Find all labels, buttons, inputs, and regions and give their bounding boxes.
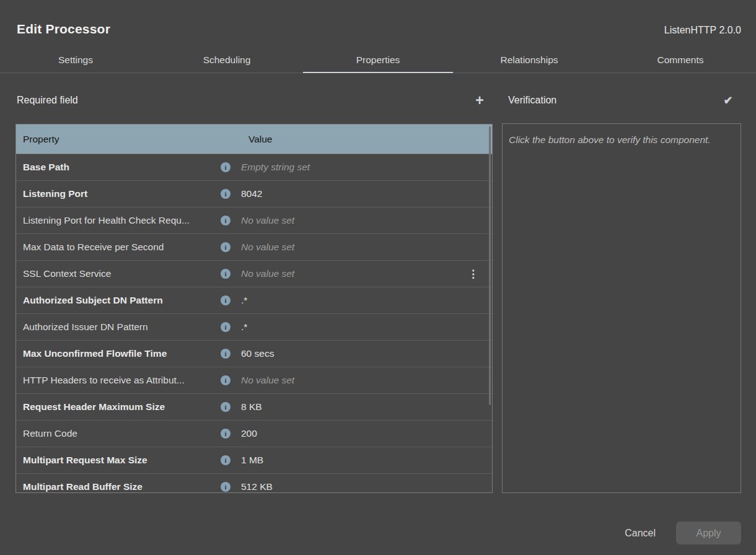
property-value: 8042 <box>241 188 262 199</box>
table-row[interactable]: Return Code i 200 <box>16 421 492 447</box>
info-icon[interactable]: i <box>221 402 231 412</box>
info-icon[interactable]: i <box>221 455 231 465</box>
table-row[interactable]: Max Unconfirmed Flowfile Time i 60 secs <box>16 341 492 367</box>
tab-comments-label: Comments <box>657 55 704 66</box>
property-name: HTTP Headers to receive as Attribut... <box>16 375 221 386</box>
tab-settings-label: Settings <box>58 55 93 66</box>
property-value: Empty string set <box>241 162 310 173</box>
tab-scheduling-label: Scheduling <box>203 55 251 66</box>
info-icon[interactable]: i <box>221 269 231 279</box>
property-value: 60 secs <box>241 348 274 359</box>
table-row[interactable]: Base Path i Empty string set <box>16 154 492 181</box>
info-icon[interactable]: i <box>221 189 231 199</box>
table-scrollbar[interactable] <box>489 126 491 405</box>
info-icon[interactable]: i <box>221 429 231 439</box>
property-name: Base Path <box>16 162 221 173</box>
info-icon[interactable]: i <box>221 242 231 252</box>
property-value: .* <box>241 321 247 333</box>
property-value: No value set <box>241 375 294 386</box>
kebab-menu-icon[interactable]: ⋮ <box>468 269 478 279</box>
property-name: Authorized Subject DN Pattern <box>16 295 221 306</box>
info-icon[interactable]: i <box>221 295 231 305</box>
plus-icon: + <box>475 92 483 109</box>
property-name: Authorized Issuer DN Pattern <box>16 321 221 333</box>
property-table-header: Property Value <box>16 125 492 154</box>
check-icon: ✔ <box>723 94 732 107</box>
property-value: 512 KB <box>241 481 273 492</box>
property-value: 8 KB <box>241 401 262 413</box>
property-name: Return Code <box>16 428 221 439</box>
column-header-value: Value <box>221 134 273 145</box>
tab-scheduling[interactable]: Scheduling <box>151 47 302 72</box>
table-row[interactable]: Listening Port for Health Check Requ... … <box>16 208 492 234</box>
table-row[interactable]: Authorized Subject DN Pattern i .* <box>16 287 492 314</box>
processor-version-label: ListenHTTP 2.0.0 <box>664 25 741 36</box>
table-row[interactable]: Authorized Issuer DN Pattern i .* <box>16 314 492 341</box>
active-tab-underline <box>303 72 453 73</box>
cancel-button[interactable]: Cancel <box>618 522 662 544</box>
edit-processor-dialog: Edit Processor ListenHTTP 2.0.0 Settings… <box>0 0 756 555</box>
property-table-body: Base Path i Empty string set Listening P… <box>16 154 492 493</box>
property-name: Max Data to Receive per Second <box>16 242 221 253</box>
property-name: Max Unconfirmed Flowfile Time <box>16 348 221 359</box>
table-row[interactable]: HTTP Headers to receive as Attribut... i… <box>16 367 492 394</box>
dialog-title: Edit Processor <box>17 22 110 37</box>
info-icon[interactable]: i <box>221 216 231 225</box>
property-value: 1 MB <box>241 455 263 466</box>
property-value: No value set <box>241 215 294 226</box>
property-value: No value set <box>241 242 294 253</box>
table-row[interactable]: SSL Context Service i No value set ⋮ <box>16 261 492 287</box>
info-icon[interactable]: i <box>221 349 231 359</box>
property-name: Listening Port <box>16 188 221 199</box>
tab-relationships[interactable]: Relationships <box>454 47 605 72</box>
tab-properties[interactable]: Properties <box>302 47 454 72</box>
info-icon[interactable]: i <box>221 162 231 172</box>
info-icon[interactable]: i <box>221 322 231 332</box>
tab-properties-label: Properties <box>356 55 400 66</box>
table-row[interactable]: Request Header Maximum Size i 8 KB <box>16 394 492 421</box>
apply-button[interactable]: Apply <box>676 522 741 544</box>
verify-button[interactable]: ✔ <box>719 92 737 109</box>
info-icon[interactable]: i <box>221 482 231 492</box>
column-header-property: Property <box>16 134 221 145</box>
property-name: Multipart Read Buffer Size <box>16 481 221 492</box>
verification-panel: Click the button above to verify this co… <box>502 123 741 493</box>
verification-heading: Verification <box>508 95 556 106</box>
tab-relationships-label: Relationships <box>500 55 558 66</box>
property-name: SSL Context Service <box>16 268 221 279</box>
property-name: Multipart Request Max Size <box>16 455 221 466</box>
property-table: Property Value Base Path i Empty string … <box>15 124 493 493</box>
property-name: Request Header Maximum Size <box>16 401 221 413</box>
required-field-label: Required field <box>17 95 78 106</box>
property-value: 200 <box>241 428 257 439</box>
tab-comments[interactable]: Comments <box>605 47 756 72</box>
tab-settings[interactable]: Settings <box>0 47 151 72</box>
property-value: .* <box>241 295 247 306</box>
table-row[interactable]: Max Data to Receive per Second i No valu… <box>16 234 492 261</box>
tab-bar: Settings Scheduling Properties Relations… <box>0 47 756 73</box>
property-value: No value set <box>241 268 294 279</box>
info-icon[interactable]: i <box>221 375 231 385</box>
verification-message: Click the button above to verify this co… <box>509 133 733 147</box>
property-name: Listening Port for Health Check Requ... <box>16 215 221 226</box>
table-row[interactable]: Multipart Request Max Size i 1 MB <box>16 447 492 474</box>
table-row[interactable]: Multipart Read Buffer Size i 512 KB <box>16 474 492 493</box>
table-row[interactable]: Listening Port i 8042 <box>16 181 492 208</box>
add-property-button[interactable]: + <box>471 92 488 109</box>
